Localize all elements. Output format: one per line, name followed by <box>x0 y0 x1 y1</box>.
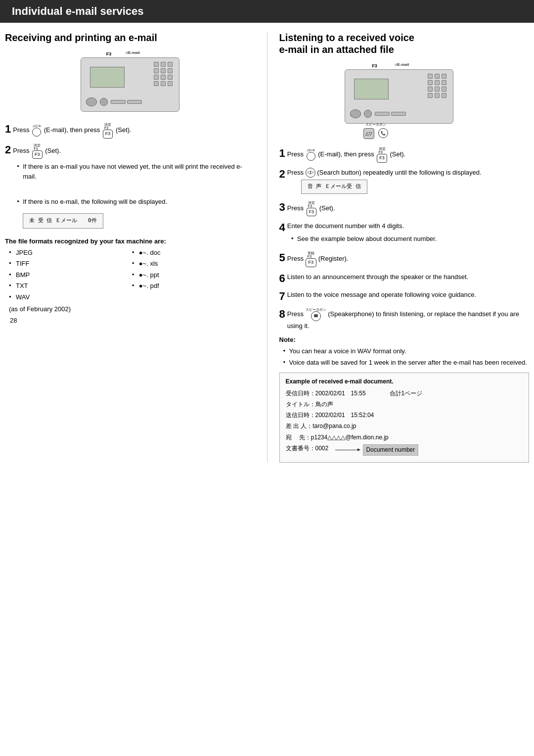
email-icon-left-1: ♪/ﾒｰﾙ <box>32 124 41 137</box>
step-num-4-right: 4 <box>279 221 285 234</box>
format-doc: ●~. doc <box>132 248 255 258</box>
right-column: Listening to a received voice e-mail in … <box>267 32 530 463</box>
file-col-left: JPEG TIFF BMP TXT WAV <box>9 248 132 304</box>
note-section: Note: You can hear a voice in WAV format… <box>279 336 530 368</box>
r-step1-middle: (E-mail), then press <box>318 150 374 158</box>
step-2-bullets: If there is an e-mail you have not viewe… <box>17 162 255 181</box>
r-step2-press: Press <box>287 169 304 176</box>
step-content-8-right: Press スピーカホン ☎ (Speakerphone) to finish … <box>287 308 529 331</box>
r-step7-text: Listen to the voice message and operate … <box>287 291 476 298</box>
step-content-2-left: Press 決定F3 F3 (Set). If there is an e-ma… <box>13 143 255 233</box>
format-txt: TXT <box>9 281 132 291</box>
step-1-left: 1 Press ♪/ﾒｰﾙ (E-mail), then press 決定F3 … <box>5 123 255 139</box>
left-section-title: Receiving and printing an e-mail <box>5 32 255 44</box>
step-num-2-left: 2 <box>5 143 11 156</box>
example-box: Example of received e-mail document. 受信日… <box>279 373 530 463</box>
example-title: Example of received e-mail document. <box>286 378 523 385</box>
step-num-7-right: 7 <box>279 290 285 303</box>
file-col-right: ●~. doc ●~. xls ●~. ppt ●~. pdf <box>132 248 255 304</box>
r-step5-end: (Register). <box>318 255 349 262</box>
step-6-right: 6 Listen to an announcement through the … <box>279 272 530 285</box>
example-row-4: 宛 先：p1234△△△△@fem.dion.ne.jp <box>286 433 523 442</box>
email-label-right: ♪/E-mail <box>394 62 409 67</box>
note-title: Note: <box>279 336 530 343</box>
file-formats-section: JPEG TIFF BMP TXT WAV ●~. doc ●~. xls ●~… <box>9 248 255 304</box>
r-step5-press: Press <box>287 255 304 262</box>
step-2-press-text: Press <box>13 147 29 154</box>
r-step3-end: (Set). <box>319 204 335 212</box>
step-content-4-right: Enter the document number with 4 digits.… <box>287 221 529 246</box>
step-num-8-right: 8 <box>279 308 285 321</box>
note-bullet-1: You can hear a voice in WAV format only. <box>283 346 530 356</box>
fax-buttons-left <box>86 97 142 106</box>
search-icon-right: ◁▷ <box>306 168 315 178</box>
example-row-3: 差 出 人：taro@pana.co.jp <box>286 422 523 431</box>
fax-keypad-left <box>154 62 173 86</box>
display-box-right-2: 音 声 Ｅメール受 信 <box>301 180 367 194</box>
r-step2-end: (Search button) repeatedly until the fol… <box>317 169 481 176</box>
step-4-bullets: See the example below about document num… <box>291 234 529 244</box>
step-1-right: 1 Press ♪/ﾒｰﾙ (E-mail), then press 決定F3 … <box>279 147 530 163</box>
step-num-1-right: 1 <box>279 147 285 160</box>
format-wav: WAV <box>9 292 132 302</box>
page-header: Individual e-mail services <box>0 0 534 23</box>
example-row-1: タイトル：鳥の声 <box>286 400 523 409</box>
step-content-7-right: Listen to the voice message and operate … <box>287 290 529 300</box>
f3-label-left: F3 <box>106 51 112 56</box>
r-step1-end: (Set). <box>390 150 405 158</box>
example-row-2: 送信日時：2002/02/01 15:52:04 <box>286 411 523 420</box>
fax-screen-left <box>90 67 125 88</box>
set-icon-left-2: 決定F3 F3 <box>32 143 43 159</box>
step-num-1-left: 1 <box>5 123 11 136</box>
bullet-item: If there is an e-mail you have not viewe… <box>17 162 255 181</box>
format-bmp: BMP <box>9 270 132 280</box>
speakerphone-label: スピーカホン <box>363 122 388 127</box>
doc-num-label: Document number <box>363 444 419 456</box>
step-1-end-text: (Set). <box>116 126 132 134</box>
right-device-image: F3 ♪/E-mail <box>279 62 530 139</box>
step-num-5-right: 5 <box>279 251 285 264</box>
step-5-right: 5 Press 登録F3 F3 (Register). <box>279 251 530 267</box>
as-of-text: (as of February 2002) <box>9 305 255 313</box>
step-content-1-right: Press ♪/ﾒｰﾙ (E-mail), then press 決定F3 F3… <box>287 147 529 163</box>
register-icon-right: 登録F3 F3 <box>306 251 317 267</box>
set-icon-left-1: 決定F3 F3 <box>103 123 113 139</box>
nav-btn: △▽ <box>363 128 374 139</box>
step-content-3-right: Press 決定F3 F3 (Set). <box>287 201 529 217</box>
note-bullets: You can hear a voice in WAV format only.… <box>283 346 530 368</box>
r-step4-text: Enter the document number with 4 digits. <box>287 222 404 230</box>
r-step8-press: Press <box>287 310 304 318</box>
step-2-bullets-2: If there is no e-mail, the following wil… <box>17 197 255 207</box>
r-step3-press: Press <box>287 204 304 212</box>
page-number: 28 <box>5 313 255 328</box>
email-icon-right-1: ♪/ﾒｰﾙ <box>307 148 315 161</box>
left-device-image: F3 ♪/E-mail <box>5 50 255 115</box>
r-step1-press: Press <box>287 150 304 158</box>
set-icon-right-3: 決定F3 F3 <box>307 201 317 217</box>
step-2-left: 2 Press 決定F3 F3 (Set). If there is an e-… <box>5 143 255 233</box>
step-4-right: 4 Enter the document number with 4 digit… <box>279 221 530 246</box>
speakerphone-area: スピーカホン △▽ 📞 <box>363 122 388 139</box>
format-ppt: ●~. ppt <box>132 270 255 280</box>
example-row-0: 受信日時：2002/02/01 15:55 合計1ページ <box>286 389 523 398</box>
step-7-right: 7 Listen to the voice message and operat… <box>279 290 530 303</box>
email-label-left: ♪/E-mail <box>125 50 140 55</box>
step-3-right: 3 Press 決定F3 F3 (Set). <box>279 201 530 217</box>
r-step6-text: Listen to an announcement through the sp… <box>287 273 468 281</box>
step-num-2-right: 2 <box>279 168 285 181</box>
step-2-end-text: (Set). <box>45 147 61 154</box>
page-title: Individual e-mail services <box>12 5 144 17</box>
step-8-right: 8 Press スピーカホン ☎ (Speakerphone) to finis… <box>279 308 530 331</box>
step-1-press-text: Press <box>13 126 29 134</box>
format-tiff: TIFF <box>9 259 132 269</box>
file-formats-title: The file formats recognized by your fax … <box>5 237 255 245</box>
step-content-6-right: Listen to an announcement through the sp… <box>287 272 529 282</box>
speakerphone-btn-device: 📞 <box>378 128 388 138</box>
step-4-bullet: See the example below about document num… <box>291 234 529 244</box>
step-content-2-right: Press ◁▷ (Search button) repeatedly unti… <box>287 168 529 196</box>
display-box-left: 未 受 信 Ｅメール 0件 <box>23 213 103 229</box>
set-icon-right-1: 決定F3 F3 <box>377 147 387 163</box>
step-num-6-right: 6 <box>279 272 285 285</box>
note-bullet-2: Voice data will be saved for 1 week in t… <box>283 358 530 368</box>
f3-label-right: F3 <box>372 63 377 68</box>
